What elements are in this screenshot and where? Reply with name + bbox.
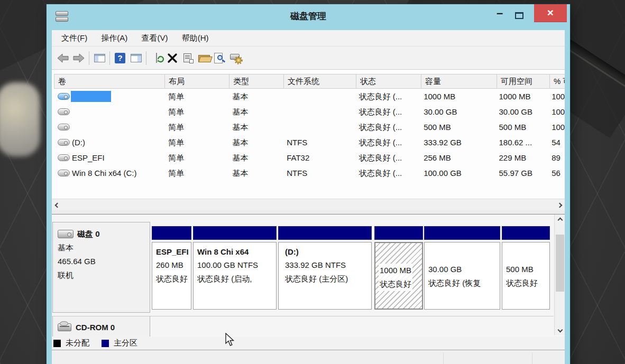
cell-type: 基本 xyxy=(229,104,283,119)
back-icon xyxy=(57,53,69,63)
cell-fs xyxy=(283,119,355,135)
partition-status: 状态良好 (恢复 xyxy=(428,276,499,290)
scroll-left-button[interactable] xyxy=(52,199,62,211)
scroll-right-button[interactable] xyxy=(554,199,565,211)
partition-color-bar xyxy=(278,226,372,240)
search-icon xyxy=(214,53,226,63)
vertical-scrollbar[interactable] xyxy=(554,214,565,335)
cell-capacity: 1000 MB xyxy=(420,89,495,104)
status-bar-divider xyxy=(443,352,444,364)
chevron-right-icon xyxy=(557,202,562,208)
cell-capacity: 100.00 GB xyxy=(420,165,495,181)
open-explorer-button[interactable] xyxy=(196,50,212,66)
cell-free: 229 MB xyxy=(495,150,548,165)
cell-fs: NTFS xyxy=(283,135,355,150)
show-console-tree-button[interactable] xyxy=(91,50,107,66)
column-header-filesystem[interactable]: 文件系统 xyxy=(284,74,356,89)
partition-status: 状态良好 (主分区) xyxy=(285,272,370,286)
partition-1000mb-selected[interactable]: 1000 MB 状态良好 xyxy=(374,226,423,313)
volume-icon xyxy=(58,108,70,115)
column-header-freespace[interactable]: 可用空间 xyxy=(497,74,550,89)
volume-row-3[interactable]: 简单 基本 状态良好 (... 500 MB 500 MB 100 xyxy=(54,119,565,135)
volume-row-4[interactable]: (D:) 简单 基本 NTFS 状态良好 (... 333.92 GB 180.… xyxy=(54,135,565,150)
cell-status: 状态良好 (... xyxy=(355,165,420,181)
volume-table-header: 卷 布局 类型 文件系统 状态 容量 可用空间 % 可用 xyxy=(54,74,565,89)
cell-type: 基本 xyxy=(229,135,283,150)
cell-pct: 89 xyxy=(548,150,565,165)
help-button[interactable]: ? xyxy=(112,50,128,66)
show-action-pane-button[interactable] xyxy=(128,50,144,66)
menu-file[interactable]: 文件(F) xyxy=(56,30,93,46)
partition-d[interactable]: (D:) 333.92 GB NTFS 状态良好 (主分区) xyxy=(278,226,372,313)
disk0-label-box[interactable]: 磁盘 0 基本 465.64 GB 联机 xyxy=(52,222,150,313)
partition-color-bar xyxy=(193,226,277,240)
toolbar-separator xyxy=(146,51,146,65)
forward-button[interactable] xyxy=(71,50,87,66)
title-bar[interactable]: 磁盘管理 – × xyxy=(47,4,570,30)
volume-icon xyxy=(58,154,70,161)
chevron-left-icon xyxy=(54,202,60,208)
toolbar-separator xyxy=(109,51,110,65)
partition-color-bar xyxy=(152,226,191,240)
cell-status: 状态良好 (... xyxy=(355,119,420,135)
partition-strip: ESP_EFI 260 MB 状态良好 Win 8 Chi x64 100.00… xyxy=(151,226,552,313)
minimize-button[interactable]: – xyxy=(491,7,509,22)
column-header-percent-free[interactable]: % 可用 xyxy=(550,74,565,89)
toolbar: ? xyxy=(52,46,565,70)
disk-settings-button[interactable] xyxy=(228,50,244,66)
partition-esp-efi[interactable]: ESP_EFI 260 MB 状态良好 xyxy=(152,226,191,313)
pane-splitter[interactable] xyxy=(52,210,565,214)
search-button[interactable] xyxy=(212,50,228,66)
cdrom0-label-box[interactable]: CD-ROM 0 xyxy=(52,316,150,339)
properties-icon xyxy=(183,53,194,63)
partition-500mb[interactable]: 500 MB 状态良好 xyxy=(502,226,550,313)
refresh-button[interactable] xyxy=(149,50,164,66)
disk0-name: 磁盘 0 xyxy=(77,227,100,241)
column-header-status[interactable]: 状态 xyxy=(356,74,421,89)
properties-button[interactable] xyxy=(180,50,196,66)
cell-status: 状态良好 (... xyxy=(355,150,420,165)
volume-row-5[interactable]: ESP_EFI 简单 基本 FAT32 状态良好 (... 256 MB 229… xyxy=(54,150,565,165)
partition-30gb-recovery[interactable]: 30.00 GB 状态良好 (恢复 xyxy=(424,226,500,313)
partition-size: 100.00 GB NTFS xyxy=(197,258,275,272)
partition-color-bar xyxy=(502,226,550,240)
maximize-button[interactable] xyxy=(515,12,523,19)
cell-pct: 100 xyxy=(548,104,565,119)
partition-status: 状态良好 xyxy=(506,276,548,290)
delete-volume-button[interactable] xyxy=(164,50,180,66)
column-header-capacity[interactable]: 容量 xyxy=(421,74,497,89)
cell-capacity: 256 MB xyxy=(420,150,495,165)
scroll-up-button[interactable] xyxy=(555,214,565,225)
back-button[interactable] xyxy=(55,50,71,66)
horizontal-scrollbar[interactable] xyxy=(52,199,565,210)
cell-type: 基本 xyxy=(229,150,283,165)
menu-view[interactable]: 查看(V) xyxy=(136,30,174,46)
refresh-icon xyxy=(156,53,157,63)
disk-icon xyxy=(58,230,73,238)
action-pane-icon xyxy=(131,54,142,62)
disk-graphic-pane: 磁盘 0 基本 465.64 GB 联机 ESP_EFI 260 MB 状态良好 xyxy=(52,214,565,364)
cell-status: 状态良好 (... xyxy=(355,89,420,104)
censored-volume-name xyxy=(71,91,111,102)
column-header-layout[interactable]: 布局 xyxy=(165,74,229,89)
partition-win8-c[interactable]: Win 8 Chi x64 100.00 GB NTFS 状态良好 (启动, xyxy=(193,226,277,313)
cell-layout: 简单 xyxy=(164,165,229,181)
cell-free: 1000 MB xyxy=(495,89,548,104)
menu-help[interactable]: 帮助(H) xyxy=(176,30,215,46)
cell-status: 状态良好 (... xyxy=(355,135,420,150)
scroll-down-button[interactable] xyxy=(555,324,565,335)
screenshot-stage: 磁盘管理 – × 文件(F) 操作(A) 查看(V) 帮助(H) xyxy=(0,0,625,364)
cell-type: 基本 xyxy=(229,89,283,104)
menu-action[interactable]: 操作(A) xyxy=(95,30,133,46)
scrollbar-thumb[interactable] xyxy=(556,235,564,292)
cell-status: 状态良好 (... xyxy=(355,104,420,119)
window-client-area: 文件(F) 操作(A) 查看(V) 帮助(H) ? xyxy=(52,30,565,364)
column-header-type[interactable]: 类型 xyxy=(229,74,284,89)
volume-row-6[interactable]: Win 8 Chi x64 (C:) 简单 基本 NTFS 状态良好 (... … xyxy=(54,165,565,181)
close-button[interactable]: × xyxy=(534,4,567,22)
partition-color-bar xyxy=(424,226,500,240)
volume-icon xyxy=(58,170,70,176)
column-header-volume[interactable]: 卷 xyxy=(54,74,165,89)
volume-row-1[interactable]: 简单 基本 状态良好 (... 1000 MB 1000 MB 100 xyxy=(54,89,565,104)
volume-row-2[interactable]: 简单 基本 状态良好 (... 30.00 GB 30.00 GB 100 xyxy=(54,104,565,119)
